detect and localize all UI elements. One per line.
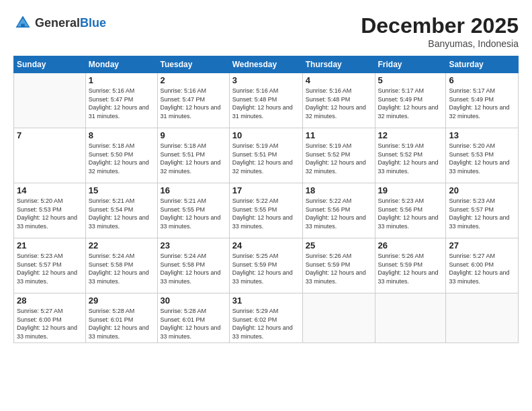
calendar-cell xyxy=(14,73,86,128)
calendar-cell: 13Sunrise: 5:20 AM Sunset: 5:53 PM Dayli… xyxy=(446,128,519,183)
day-number: 8 xyxy=(89,130,154,140)
day-number: 16 xyxy=(161,185,226,195)
day-info: Sunrise: 5:19 AM Sunset: 5:52 PM Dayligh… xyxy=(306,142,372,175)
day-number: 11 xyxy=(306,130,372,140)
svg-rect-2 xyxy=(21,24,25,28)
day-info: Sunrise: 5:18 AM Sunset: 5:51 PM Dayligh… xyxy=(161,142,226,175)
day-number: 22 xyxy=(89,240,154,250)
calendar-cell: 16Sunrise: 5:21 AM Sunset: 5:55 PM Dayli… xyxy=(157,183,229,238)
calendar-cell: 31Sunrise: 5:29 AM Sunset: 6:02 PM Dayli… xyxy=(229,293,302,343)
calendar-cell: 17Sunrise: 5:22 AM Sunset: 5:55 PM Dayli… xyxy=(229,183,302,238)
location-subtitle: Banyumas, Indonesia xyxy=(361,38,519,49)
day-info: Sunrise: 5:29 AM Sunset: 6:02 PM Dayligh… xyxy=(232,307,300,340)
day-number: 14 xyxy=(17,185,83,195)
day-info: Sunrise: 5:23 AM Sunset: 5:57 PM Dayligh… xyxy=(17,252,83,285)
day-number: 31 xyxy=(232,295,300,306)
calendar-cell: 15Sunrise: 5:21 AM Sunset: 5:54 PM Dayli… xyxy=(85,183,157,238)
day-info: Sunrise: 5:17 AM Sunset: 5:49 PM Dayligh… xyxy=(449,87,515,120)
calendar-cell: 26Sunrise: 5:26 AM Sunset: 5:59 PM Dayli… xyxy=(375,238,446,293)
calendar-header-tuesday: Tuesday xyxy=(157,56,229,73)
day-info: Sunrise: 5:16 AM Sunset: 5:47 PM Dayligh… xyxy=(89,87,154,120)
calendar-body: 1Sunrise: 5:16 AM Sunset: 5:47 PM Daylig… xyxy=(14,73,519,343)
day-number: 17 xyxy=(232,185,300,195)
day-number: 21 xyxy=(17,240,83,250)
calendar-cell xyxy=(375,293,446,343)
day-info: Sunrise: 5:26 AM Sunset: 5:59 PM Dayligh… xyxy=(306,252,372,285)
calendar-cell: 25Sunrise: 5:26 AM Sunset: 5:59 PM Dayli… xyxy=(302,238,375,293)
logo: GeneralBlue xyxy=(13,13,106,32)
calendar-header-sunday: Sunday xyxy=(14,56,86,73)
calendar-cell xyxy=(302,293,375,343)
day-info: Sunrise: 5:24 AM Sunset: 5:58 PM Dayligh… xyxy=(89,252,154,285)
day-number: 24 xyxy=(232,240,300,250)
logo-icon xyxy=(13,13,32,32)
logo-blue: Blue xyxy=(80,16,106,30)
calendar-cell: 11Sunrise: 5:19 AM Sunset: 5:52 PM Dayli… xyxy=(302,128,375,183)
calendar-cell: 3Sunrise: 5:16 AM Sunset: 5:48 PM Daylig… xyxy=(229,73,302,128)
calendar-week-row: 1Sunrise: 5:16 AM Sunset: 5:47 PM Daylig… xyxy=(14,73,519,128)
day-number: 4 xyxy=(306,75,372,85)
day-number: 9 xyxy=(161,130,226,140)
day-number: 20 xyxy=(449,185,515,195)
calendar-cell: 14Sunrise: 5:20 AM Sunset: 5:53 PM Dayli… xyxy=(14,183,86,238)
day-number: 25 xyxy=(306,240,372,250)
calendar-cell: 8Sunrise: 5:18 AM Sunset: 5:50 PM Daylig… xyxy=(85,128,157,183)
calendar-cell: 4Sunrise: 5:16 AM Sunset: 5:48 PM Daylig… xyxy=(302,73,375,128)
calendar-cell: 27Sunrise: 5:27 AM Sunset: 6:00 PM Dayli… xyxy=(446,238,519,293)
logo-general: General xyxy=(35,16,80,30)
calendar-header-monday: Monday xyxy=(85,56,157,73)
calendar-cell: 1Sunrise: 5:16 AM Sunset: 5:47 PM Daylig… xyxy=(85,73,157,128)
calendar-header-saturday: Saturday xyxy=(446,56,519,73)
day-number: 13 xyxy=(449,130,515,140)
calendar-week-row: 78Sunrise: 5:18 AM Sunset: 5:50 PM Dayli… xyxy=(14,128,519,183)
day-info: Sunrise: 5:28 AM Sunset: 6:01 PM Dayligh… xyxy=(161,307,226,340)
calendar-cell: 28Sunrise: 5:27 AM Sunset: 6:00 PM Dayli… xyxy=(14,293,86,343)
day-info: Sunrise: 5:25 AM Sunset: 5:59 PM Dayligh… xyxy=(232,252,300,285)
day-info: Sunrise: 5:22 AM Sunset: 5:56 PM Dayligh… xyxy=(306,197,372,230)
calendar-header-friday: Friday xyxy=(375,56,446,73)
day-info: Sunrise: 5:16 AM Sunset: 5:47 PM Dayligh… xyxy=(161,87,226,120)
calendar-cell: 20Sunrise: 5:23 AM Sunset: 5:57 PM Dayli… xyxy=(446,183,519,238)
day-number: 12 xyxy=(378,130,443,140)
day-info: Sunrise: 5:27 AM Sunset: 6:00 PM Dayligh… xyxy=(449,252,515,285)
day-number: 28 xyxy=(17,295,83,306)
month-title: December 2025 xyxy=(361,13,519,38)
page-header: GeneralBlue December 2025 Banyumas, Indo… xyxy=(13,13,519,49)
day-info: Sunrise: 5:22 AM Sunset: 5:55 PM Dayligh… xyxy=(232,197,300,230)
calendar-table: SundayMondayTuesdayWednesdayThursdayFrid… xyxy=(13,56,519,343)
day-info: Sunrise: 5:17 AM Sunset: 5:49 PM Dayligh… xyxy=(378,87,443,120)
day-info: Sunrise: 5:23 AM Sunset: 5:57 PM Dayligh… xyxy=(449,197,515,230)
calendar-cell: 6Sunrise: 5:17 AM Sunset: 5:49 PM Daylig… xyxy=(446,73,519,128)
calendar-cell: 10Sunrise: 5:19 AM Sunset: 5:51 PM Dayli… xyxy=(229,128,302,183)
day-number: 29 xyxy=(89,295,154,306)
calendar-cell: 18Sunrise: 5:22 AM Sunset: 5:56 PM Dayli… xyxy=(302,183,375,238)
calendar-cell: 21Sunrise: 5:23 AM Sunset: 5:57 PM Dayli… xyxy=(14,238,86,293)
day-number: 27 xyxy=(449,240,515,250)
calendar-page: GeneralBlue December 2025 Banyumas, Indo… xyxy=(0,0,532,411)
calendar-cell: 24Sunrise: 5:25 AM Sunset: 5:59 PM Dayli… xyxy=(229,238,302,293)
calendar-cell: 19Sunrise: 5:23 AM Sunset: 5:56 PM Dayli… xyxy=(375,183,446,238)
day-info: Sunrise: 5:16 AM Sunset: 5:48 PM Dayligh… xyxy=(306,87,372,120)
day-info: Sunrise: 5:21 AM Sunset: 5:55 PM Dayligh… xyxy=(161,197,226,230)
calendar-cell: 9Sunrise: 5:18 AM Sunset: 5:51 PM Daylig… xyxy=(157,128,229,183)
calendar-cell: 23Sunrise: 5:24 AM Sunset: 5:58 PM Dayli… xyxy=(157,238,229,293)
calendar-cell: 30Sunrise: 5:28 AM Sunset: 6:01 PM Dayli… xyxy=(157,293,229,343)
calendar-week-row: 28Sunrise: 5:27 AM Sunset: 6:00 PM Dayli… xyxy=(14,293,519,343)
calendar-cell: 2Sunrise: 5:16 AM Sunset: 5:47 PM Daylig… xyxy=(157,73,229,128)
day-number: 3 xyxy=(232,75,300,85)
calendar-cell: 22Sunrise: 5:24 AM Sunset: 5:58 PM Dayli… xyxy=(85,238,157,293)
calendar-header-wednesday: Wednesday xyxy=(229,56,302,73)
title-section: December 2025 Banyumas, Indonesia xyxy=(361,13,519,49)
day-number: 1 xyxy=(89,75,154,85)
day-info: Sunrise: 5:19 AM Sunset: 5:52 PM Dayligh… xyxy=(378,142,443,175)
day-info: Sunrise: 5:21 AM Sunset: 5:54 PM Dayligh… xyxy=(89,197,154,230)
day-number: 6 xyxy=(449,75,515,85)
calendar-cell: 12Sunrise: 5:19 AM Sunset: 5:52 PM Dayli… xyxy=(375,128,446,183)
calendar-header-row: SundayMondayTuesdayWednesdayThursdayFrid… xyxy=(14,56,519,73)
day-info: Sunrise: 5:18 AM Sunset: 5:50 PM Dayligh… xyxy=(89,142,154,175)
calendar-cell: 5Sunrise: 5:17 AM Sunset: 5:49 PM Daylig… xyxy=(375,73,446,128)
calendar-cell xyxy=(446,293,519,343)
day-number: 7 xyxy=(17,130,83,140)
day-number: 23 xyxy=(161,240,226,250)
calendar-cell: 29Sunrise: 5:28 AM Sunset: 6:01 PM Dayli… xyxy=(85,293,157,343)
